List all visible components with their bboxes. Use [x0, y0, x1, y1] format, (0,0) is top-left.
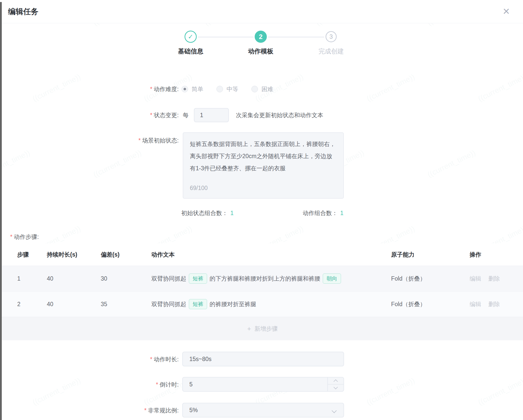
required-asterisk: *	[150, 112, 152, 118]
action-steps-table: 步骤 持续时长(s) 偏差(s) 动作文本 原子能力 操作 1 40 30 双臂…	[2, 243, 523, 340]
plus-icon: +	[247, 325, 251, 332]
add-step-label: 新增步骤	[254, 325, 278, 333]
required-asterisk: *	[10, 234, 12, 240]
action-text-fragment: 的下方裤腿和裤腰对折到上方的裤腿和裤腰	[210, 275, 320, 282]
add-step-button[interactable]: + 新增步骤	[2, 317, 523, 340]
cell-step: 1	[17, 275, 47, 282]
cell-operations: 编辑 删除	[470, 275, 523, 283]
unusual-ratio-row: *非常规比例: 5%	[0, 403, 523, 418]
radio-option-easy[interactable]: 简单	[182, 85, 203, 93]
col-header-step: 步骤	[17, 251, 47, 259]
required-asterisk: *	[138, 137, 141, 144]
radio-icon	[216, 86, 223, 92]
initial-combo-value: 1	[228, 210, 234, 216]
required-asterisk: *	[144, 407, 147, 414]
action-tag: 短裤	[189, 299, 207, 309]
table-row: 2 40 35 双臂协同抓起短裤的裤腰对折至裤腿 Fold（折叠） 编辑 删除	[2, 291, 523, 317]
state-change-suffix: 次采集会更新初始状态和动作文本	[236, 108, 323, 123]
step-1-label: 基础信息	[163, 47, 218, 55]
state-change-label: *状态变更:	[0, 108, 179, 123]
cell-deviation: 35	[101, 301, 151, 308]
col-header-atomic-ability: 原子能力	[391, 251, 470, 259]
action-text-fragment: 双臂协同抓起	[151, 301, 186, 307]
initial-state-text: 短裤五条数据背面朝上，五条数据正面朝上，裤腰朝右，离头部视野下方至少20cm之外…	[190, 141, 335, 172]
edit-link[interactable]: 编辑	[470, 300, 481, 308]
initial-state-row: *场景初始状态: 短裤五条数据背面朝上，五条数据正面朝上，裤腰朝右，离头部视野下…	[0, 132, 523, 199]
radio-icon	[251, 86, 258, 92]
step-3-indicator: 3	[326, 31, 337, 42]
close-icon[interactable]: ×	[499, 4, 514, 19]
combo-counts-row: 初始状态组合数：1 动作组合数：1	[0, 208, 523, 218]
initial-state-label: *场景初始状态:	[0, 132, 179, 149]
cell-atomic-ability: Fold（折叠）	[391, 300, 470, 308]
col-header-operations: 操作	[470, 251, 523, 259]
cell-deviation: 30	[101, 275, 151, 282]
cell-duration: 40	[47, 301, 101, 308]
page-left-edge	[0, 2, 2, 420]
action-text-fragment: 的裤腰对折至裤腿	[210, 301, 256, 307]
col-header-deviation: 偏差(s)	[101, 251, 151, 259]
delete-link[interactable]: 删除	[488, 275, 500, 283]
dialog-title: 编辑任务	[8, 0, 38, 23]
chevron-down-icon	[332, 408, 337, 413]
number-spinner	[327, 377, 344, 391]
edit-link[interactable]: 编辑	[470, 275, 481, 283]
state-change-prefix: 每	[183, 108, 189, 123]
action-duration-label: *动作时长:	[0, 352, 179, 367]
state-change-input[interactable]: 1	[194, 108, 229, 122]
action-steps-label: *动作步骤:	[10, 232, 39, 242]
countdown-label: *倒计时:	[0, 377, 179, 392]
radio-icon-selected	[182, 86, 188, 92]
difficulty-label: *动作难度:	[0, 81, 179, 97]
char-counter: 69/100	[190, 182, 208, 194]
radio-option-medium[interactable]: 中等	[216, 85, 238, 93]
step-2-indicator: 2	[255, 31, 267, 43]
step-1-indicator-check-icon: ✓	[185, 31, 197, 43]
step-2-label: 动作模板	[233, 47, 289, 55]
difficulty-radio-group: 简单 中等 困难	[182, 81, 273, 97]
cell-action-text: 双臂协同抓起短裤的下方裤腿和裤腰对折到上方的裤腿和裤腰朝向	[151, 274, 391, 284]
radio-option-hard[interactable]: 困难	[251, 85, 273, 93]
countdown-value: 5	[189, 381, 193, 388]
table-header-row: 步骤 持续时长(s) 偏差(s) 动作文本 原子能力 操作	[2, 243, 523, 266]
required-asterisk: *	[156, 381, 158, 388]
unusual-ratio-value: 5%	[189, 407, 198, 414]
unusual-ratio-label: *非常规比例:	[0, 403, 179, 418]
action-tag: 朝向	[323, 274, 341, 284]
cell-step: 2	[17, 301, 47, 308]
state-change-row: *状态变更: 每 1 次采集会更新初始状态和动作文本	[0, 108, 523, 123]
chevron-down-icon	[334, 385, 338, 389]
difficulty-row: *动作难度: 简单 中等 困难	[0, 81, 523, 97]
cell-action-text: 双臂协同抓起短裤的裤腰对折至裤腿	[151, 299, 391, 309]
countdown-input[interactable]: 5	[182, 377, 344, 392]
stepper-connector	[198, 37, 254, 37]
action-combo-value: 1	[338, 210, 344, 216]
unusual-ratio-select[interactable]: 5%	[182, 403, 344, 417]
edit-task-dialog: ((current_time))((current_time))((curren…	[0, 0, 523, 420]
cell-operations: 编辑 删除	[470, 300, 523, 308]
action-duration-row: *动作时长: 15s~80s	[0, 352, 523, 367]
action-tag: 短裤	[189, 274, 207, 284]
cell-duration: 40	[47, 275, 101, 282]
stepper-connector	[268, 37, 324, 37]
dialog-header: 编辑任务 ×	[0, 0, 523, 23]
initial-state-textarea[interactable]: 短裤五条数据背面朝上，五条数据正面朝上，裤腰朝右，离头部视野下方至少20cm之外…	[183, 132, 344, 199]
table-row: 1 40 30 双臂协同抓起短裤的下方裤腿和裤腰对折到上方的裤腿和裤腰朝向 Fo…	[2, 266, 523, 291]
countdown-row: *倒计时: 5	[0, 377, 523, 392]
step-3-label: 完成创建	[303, 47, 359, 55]
action-combo-count: 动作组合数：1	[303, 208, 344, 218]
spinner-decrease-button[interactable]	[328, 385, 344, 391]
spinner-increase-button[interactable]	[328, 377, 344, 385]
col-header-duration: 持续时长(s)	[47, 251, 101, 259]
initial-combo-count: 初始状态组合数：1	[181, 208, 234, 218]
action-text-fragment: 双臂协同抓起	[151, 275, 186, 282]
required-asterisk: *	[150, 356, 152, 363]
cell-atomic-ability: Fold（折叠）	[391, 275, 470, 283]
delete-link[interactable]: 删除	[488, 300, 500, 308]
action-duration-input[interactable]: 15s~80s	[182, 352, 344, 366]
action-steps-section: *动作步骤:	[0, 232, 523, 242]
col-header-action-text: 动作文本	[151, 251, 391, 259]
chevron-up-icon	[334, 379, 338, 384]
required-asterisk: *	[150, 86, 152, 92]
